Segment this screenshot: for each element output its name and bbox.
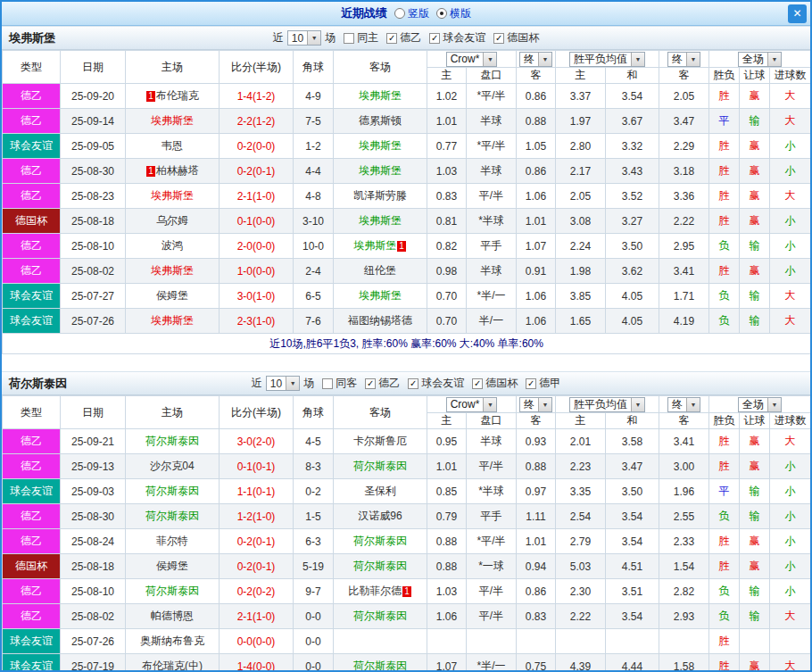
home-team-name: 荷尔斯泰因 [145,510,199,522]
home-team-cell: 埃弗斯堡 [126,184,220,209]
away-team-cell [334,629,427,654]
odds-source-select[interactable]: Crow*▼ [446,52,498,67]
sub-column-header: 让球 [740,413,770,429]
avg-away-odds: 2.82 [659,579,709,604]
handicap-away-odds: 1.06 [517,309,556,334]
handicap-line: *半球 [467,479,517,504]
games-count-select[interactable]: 10▼ [287,30,321,46]
result-handicap: 赢 [740,159,770,184]
home-team-name: 布伦瑞克(中) [142,660,203,672]
handicap-line: *半/一 [467,654,517,672]
away-team-name: 埃弗斯堡 [359,289,402,302]
final-odds-select[interactable]: 终▼ [519,52,552,67]
avg-draw-odds: 3.47 [606,454,659,479]
avg-away-odds: 1.54 [659,554,709,579]
league-filter-checkbox[interactable]: 同客 [322,376,357,391]
handicap-away-odds: 1.07 [517,234,556,259]
layout-radio-horizontal[interactable]: 横版 [436,6,471,21]
handicap-home-odds: 0.88 [427,554,467,579]
avg-away-odds: 1.58 [659,654,709,672]
league-filter-checkbox[interactable]: 同主 [344,30,378,46]
match-row: 德乙25-09-13沙尔克040-1(0-1)8-3荷尔斯泰因1.01平/半0.… [3,454,811,479]
avg-home-odds: 2.05 [556,184,606,209]
result-handicap: 赢 [740,429,770,454]
final-avg-select[interactable]: 终▼ [667,397,700,412]
red-card-badge: 1 [146,91,155,102]
handicap-line: 平手 [467,504,517,529]
handicap-home-odds: 0.70 [427,284,467,309]
away-team-cell: 埃弗斯堡 [334,284,427,309]
sub-column-header: 和 [606,413,659,429]
match-type-badge: 德乙 [3,184,61,209]
avg-draw-odds: 3.50 [606,479,659,504]
away-team-cell: 德累斯顿 [334,109,427,134]
match-date: 25-07-27 [61,284,126,309]
avg-away-odds [659,629,709,654]
match-scope-select[interactable]: 全场▼ [738,397,782,412]
league-filter-checkbox[interactable]: ✓德国杯 [472,376,518,391]
result-handicap: 输 [740,284,770,309]
close-button[interactable]: ✕ [788,4,807,23]
league-filter-checkbox[interactable]: ✓德国杯 [493,30,539,46]
avg-odds-select[interactable]: 胜平负均值▼ [569,397,645,412]
avg-home-odds: 5.03 [556,554,606,579]
sub-column-header: 盘口 [467,68,517,84]
final-odds-select[interactable]: 终▼ [519,397,552,412]
match-type-badge: 德乙 [3,579,61,604]
match-type-badge: 德国杯 [3,554,61,579]
away-team-name: 荷尔斯泰因 [353,460,407,472]
team-section: 埃弗斯堡近10▼场同主✓德乙✓球会友谊✓德国杯类型日期主场比分(半场)角球客场C… [2,26,810,354]
match-row: 球会友谊25-07-27侯姆堡3-0(1-0)6-5埃弗斯堡0.70*半/一1.… [3,284,811,309]
league-filter-checkbox[interactable]: ✓球会友谊 [429,30,485,46]
corner-count: 0-0 [294,604,334,629]
home-team-name: 侯姆堡 [156,560,188,572]
panel-title: 近期战绩 [341,5,387,21]
column-header: 类型 [3,51,61,84]
handicap-home-odds: 0.95 [427,429,467,454]
handicap-away-odds: 0.93 [517,429,556,454]
away-team-name: 荷尔斯泰因 [353,535,407,547]
result-outcome: 胜 [709,454,740,479]
handicap-line: *一球 [467,554,517,579]
match-date: 25-07-19 [61,654,126,672]
filter-label: 球会友谊 [443,30,485,46]
avg-odds-select[interactable]: 胜平负均值▼ [569,52,645,67]
handicap-away-odds: 0.75 [517,654,556,672]
home-team-cell: 菲尔特 [126,529,220,554]
match-type-badge: 德乙 [3,454,61,479]
select-header: 胜平负均值▼ [556,396,659,413]
result-handicap: 赢 [740,454,770,479]
games-count-select[interactable]: 10▼ [266,376,300,391]
filter-label: 球会友谊 [421,376,464,391]
near-label: 近 [252,376,262,391]
final-avg-select[interactable]: 终▼ [667,52,700,67]
match-score: 1-4(0-0) [220,654,294,672]
home-team-name: 菲尔特 [156,535,188,547]
sub-column-header: 主 [556,68,606,84]
result-handicap: 输 [740,109,770,134]
match-date: 25-08-24 [61,529,126,554]
layout-radio-vertical[interactable]: 竖版 [394,6,429,21]
match-date: 25-08-02 [61,604,126,629]
match-scope-select[interactable]: 全场▼ [738,52,782,67]
handicap-home-odds: 0.88 [427,529,467,554]
odds-source-select[interactable]: Crow*▼ [446,397,498,412]
corner-count: 7-6 [294,309,334,334]
games-label: 场 [325,30,336,46]
match-score: 0-1(0-0) [220,209,294,234]
chevron-down-icon: ▼ [767,398,781,411]
chevron-down-icon: ▼ [686,398,700,411]
league-filter-checkbox[interactable]: ✓德乙 [365,376,400,391]
league-filter-checkbox[interactable]: ✓德甲 [526,376,560,391]
handicap-line: 半球 [467,109,517,134]
avg-draw-odds: 3.62 [606,259,659,284]
handicap-away-odds: 1.11 [517,504,556,529]
result-goals: 小 [770,529,811,554]
league-filter-checkbox[interactable]: ✓球会友谊 [408,376,464,391]
handicap-line: 半球 [467,429,517,454]
match-row: 德乙25-08-24菲尔特0-2(0-1)6-3荷尔斯泰因0.88*平/半1.0… [3,529,811,554]
league-filter-checkbox[interactable]: ✓德乙 [386,30,421,46]
match-type-badge: 德乙 [3,529,61,554]
result-goals: 大 [770,284,811,309]
away-team-name: 埃弗斯堡 [359,139,402,152]
